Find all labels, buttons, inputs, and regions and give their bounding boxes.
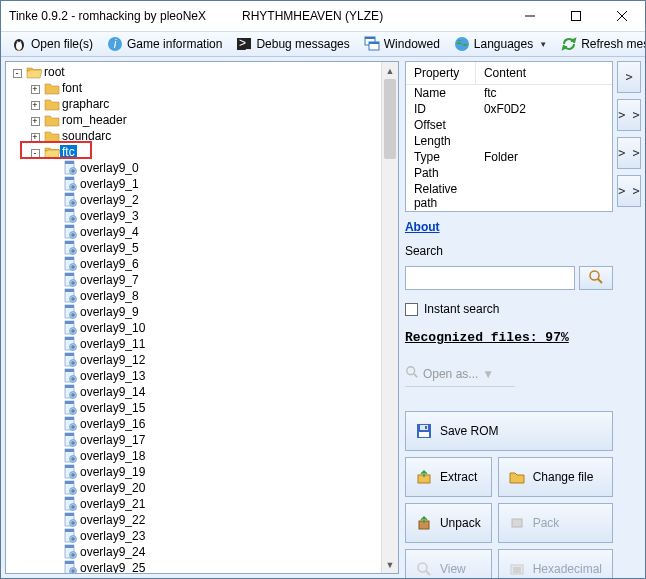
file-icon [62,464,78,480]
info-icon: i [107,36,123,52]
expand-button[interactable]: > [617,61,641,93]
hex-icon [509,561,525,577]
pack-button[interactable]: Pack [498,503,613,543]
search-input[interactable] [405,266,575,290]
tree-file[interactable]: overlay9_6 [8,256,381,272]
close-button[interactable] [599,1,645,31]
tree-file[interactable]: overlay9_20 [8,480,381,496]
tree-scrollbar[interactable]: ▲ ▼ [381,62,398,573]
tree-root[interactable]: -root [8,64,381,80]
tree-folder-selected[interactable]: -ftc [8,144,381,160]
prop-value [476,181,492,211]
dropdown-icon: ▼ [482,367,494,381]
tree-file[interactable]: overlay9_4 [8,224,381,240]
tree-file[interactable]: overlay9_21 [8,496,381,512]
prop-header-content[interactable]: Content [476,62,534,84]
magnifier-icon [588,269,604,288]
prop-row: TypeFolder [406,149,612,165]
extract-button[interactable]: Extract [405,457,492,497]
prop-row: Path [406,165,612,181]
globe-icon [454,36,470,52]
tree-folder[interactable]: +soundarc [8,128,381,144]
tree-file[interactable]: overlay9_10 [8,320,381,336]
expand-all-button[interactable]: > > [617,175,641,207]
languages-button[interactable]: Languages▼ [448,34,553,54]
file-icon [62,384,78,400]
tree-file[interactable]: overlay9_17 [8,432,381,448]
change-file-button[interactable]: Change file [498,457,613,497]
tree-folder[interactable]: +grapharc [8,96,381,112]
game-info-button[interactable]: iGame information [101,34,228,54]
svg-rect-84 [65,513,74,516]
prop-key: Name [406,85,476,101]
hexadecimal-button[interactable]: Hexadecimal [498,549,613,579]
scroll-thumb[interactable] [384,79,396,159]
unpack-icon [416,515,432,531]
svg-rect-18 [65,161,74,164]
tree-file[interactable]: overlay9_15 [8,400,381,416]
prop-header-property[interactable]: Property [406,62,476,84]
properties-panel: Property Content NameftcID0xF0D2OffsetLe… [405,61,613,212]
tree-file[interactable]: overlay9_14 [8,384,381,400]
file-icon [62,528,78,544]
tree-file[interactable]: overlay9_19 [8,464,381,480]
view-button[interactable]: View [405,549,492,579]
expand-all-button[interactable]: > > [617,99,641,131]
file-tree[interactable]: -root+font+grapharc+rom_header+soundarc-… [6,62,381,573]
prop-key: Type [406,149,476,165]
tree-folder[interactable]: +rom_header [8,112,381,128]
tree-file[interactable]: overlay9_18 [8,448,381,464]
tree-file[interactable]: overlay9_0 [8,160,381,176]
tree-file[interactable]: overlay9_22 [8,512,381,528]
minimize-button[interactable] [507,1,553,31]
svg-rect-51 [65,337,74,340]
tree-file[interactable]: overlay9_9 [8,304,381,320]
file-icon [62,208,78,224]
svg-text:>_: >_ [239,36,252,50]
instant-search-checkbox[interactable] [405,303,418,316]
maximize-button[interactable] [553,1,599,31]
tree-file[interactable]: overlay9_25 [8,560,381,573]
prop-value: 0xF0D2 [476,101,534,117]
about-link[interactable]: About [405,220,613,234]
search-button[interactable] [579,266,613,290]
svg-rect-1 [572,12,581,21]
file-icon [62,496,78,512]
open-as-dropdown[interactable]: Open as... ▼ [405,361,515,387]
svg-line-98 [414,374,418,378]
open-files-button[interactable]: Open file(s) [5,34,99,54]
tree-file[interactable]: overlay9_2 [8,192,381,208]
scroll-down-button[interactable]: ▼ [382,556,398,573]
scroll-up-button[interactable]: ▲ [382,62,398,79]
folder-icon [44,96,60,112]
file-icon [62,240,78,256]
file-icon [62,224,78,240]
tree-file[interactable]: overlay9_24 [8,544,381,560]
tree-file[interactable]: overlay9_8 [8,288,381,304]
svg-point-6 [17,41,19,43]
svg-point-106 [418,563,427,572]
tree-file[interactable]: overlay9_12 [8,352,381,368]
expand-all-button[interactable]: > > [617,137,641,169]
tree-file[interactable]: overlay9_7 [8,272,381,288]
tree-file[interactable]: overlay9_16 [8,416,381,432]
unpack-button[interactable]: Unpack [405,503,492,543]
folder-open-icon [26,64,42,80]
save-rom-button[interactable]: Save ROM [405,411,613,451]
tree-file[interactable]: overlay9_13 [8,368,381,384]
windowed-button[interactable]: Windowed [358,34,446,54]
refresh-messages-button[interactable]: Refresh messages [555,34,646,54]
tree-folder[interactable]: +font [8,80,381,96]
file-icon [62,544,78,560]
file-icon [62,368,78,384]
tree-file[interactable]: overlay9_5 [8,240,381,256]
tree-file[interactable]: overlay9_1 [8,176,381,192]
svg-rect-66 [65,417,74,420]
tree-file[interactable]: overlay9_11 [8,336,381,352]
file-icon [62,176,78,192]
tree-file[interactable]: overlay9_3 [8,208,381,224]
refresh-icon [561,36,577,52]
debug-messages-button[interactable]: >_Debug messages [230,34,355,54]
tree-file[interactable]: overlay9_23 [8,528,381,544]
extract-icon [416,469,432,485]
